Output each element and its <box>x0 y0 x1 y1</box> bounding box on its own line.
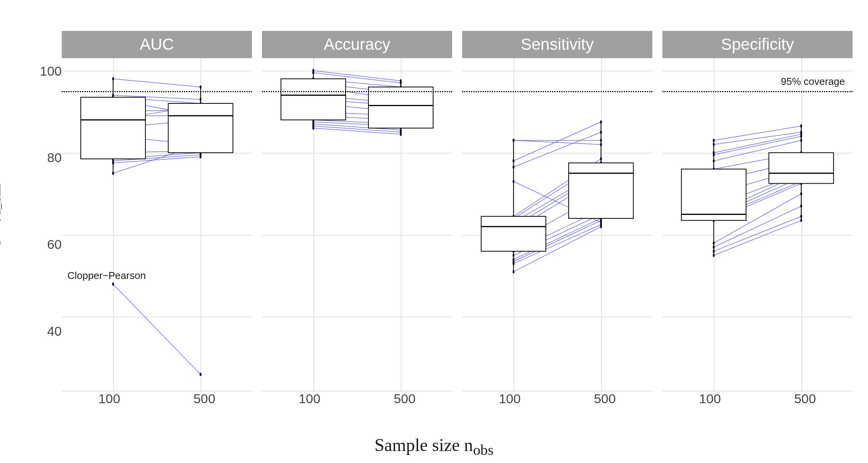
y-tick-label: 40 <box>47 323 62 338</box>
svg-line-210 <box>714 216 801 251</box>
y-axis: 406080100 <box>39 58 62 409</box>
x-tick-label: 500 <box>366 391 442 406</box>
plot-area: 95% coverage <box>662 58 853 391</box>
x-tick-row: 100500 <box>662 391 853 409</box>
svg-point-44 <box>199 373 201 376</box>
x-tick-label: 100 <box>272 391 348 406</box>
svg-rect-218 <box>681 169 746 220</box>
facet-row: AUCClopper−Pearson100500Accuracy100500Se… <box>62 31 853 409</box>
svg-line-174 <box>714 136 801 155</box>
x-axis-label: Sample size nobs <box>0 435 868 458</box>
plot-svg <box>662 58 853 391</box>
y-axis-label: Coverage ψ̃n_train % <box>0 165 3 299</box>
x-tick-label: 100 <box>71 391 147 406</box>
y-tick-label: 80 <box>47 150 62 165</box>
x-tick-row: 100500 <box>62 391 252 409</box>
facet-panel: Accuracy100500 <box>262 31 452 409</box>
outlier-annotation: Clopper−Pearson <box>68 270 146 282</box>
svg-rect-222 <box>769 153 834 184</box>
plot-area: Clopper−Pearson <box>62 58 252 391</box>
facet-panel: Sensitivity100500 <box>462 31 652 409</box>
plot-area <box>262 58 452 391</box>
facet-strip: Accuracy <box>262 31 452 58</box>
svg-point-43 <box>112 282 114 286</box>
facet-strip: Sensitivity <box>462 31 652 58</box>
svg-line-112 <box>513 122 601 161</box>
svg-rect-104 <box>368 87 433 128</box>
svg-rect-163 <box>569 163 633 218</box>
facet-panel: Specificity95% coverage100500 <box>662 31 853 409</box>
svg-line-0 <box>113 79 201 87</box>
svg-line-42 <box>113 284 201 374</box>
svg-line-106 <box>513 140 601 145</box>
reference-line <box>262 91 452 92</box>
svg-rect-51 <box>168 103 233 153</box>
reference-line <box>462 91 652 92</box>
reference-line <box>62 91 252 92</box>
facet-panel: AUCClopper−Pearson100500 <box>62 31 252 409</box>
x-tick-label: 100 <box>672 391 748 406</box>
x-tick-label: 100 <box>472 391 548 406</box>
facet-strip: Specificity <box>662 31 853 58</box>
svg-rect-47 <box>81 97 145 159</box>
plot-area <box>462 58 652 391</box>
plot-svg <box>462 58 652 391</box>
plot-svg <box>262 58 452 391</box>
x-tick-row: 100500 <box>262 391 452 409</box>
svg-line-213 <box>714 220 801 255</box>
x-tick-label: 500 <box>767 391 843 406</box>
reference-annotation: 95% coverage <box>781 76 845 88</box>
figure: Coverage ψ̃n_train % 406080100 AUCCloppe… <box>0 0 868 463</box>
x-tick-label: 500 <box>166 391 242 406</box>
x-tick-label: 500 <box>567 391 643 406</box>
facet-strip: AUC <box>62 31 252 58</box>
svg-line-115 <box>513 132 601 167</box>
x-tick-row: 100500 <box>462 391 652 409</box>
reference-line <box>662 91 853 92</box>
svg-rect-159 <box>481 216 546 251</box>
y-tick-label: 60 <box>47 237 62 252</box>
y-tick-label: 100 <box>40 63 62 78</box>
svg-rect-100 <box>281 79 346 120</box>
plot-svg <box>62 58 252 391</box>
